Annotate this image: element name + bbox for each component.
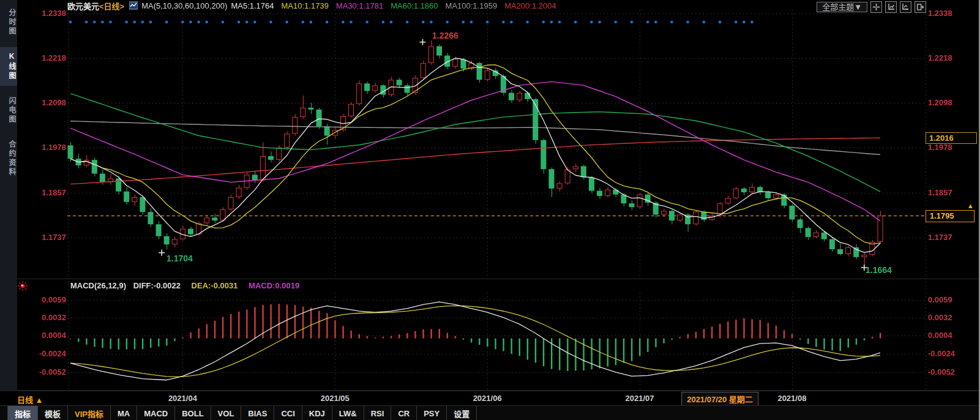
- price-axis-label-right-1: 1.2218: [928, 54, 977, 62]
- price-up-arrow-icon: ▲: [967, 202, 974, 209]
- axis-arrow-icon[interactable]: [900, 1, 911, 13]
- ma-legend-value-0: MA5:1.1764: [231, 1, 274, 10]
- ma-legend-value-1: MA10:1.1739: [282, 1, 329, 10]
- tab-1[interactable]: 模板: [38, 406, 68, 420]
- macd-axis-label-left-3: -0.0024: [18, 350, 66, 358]
- pane-export-icon[interactable]: [915, 1, 926, 13]
- macd-diff-value: DIFF:-0.0022: [133, 281, 181, 290]
- alert-price-tag: 1.2016: [926, 132, 977, 144]
- high-price-annotation: 1.2266: [432, 31, 458, 40]
- alert-bell-icon[interactable]: [17, 280, 28, 291]
- macd-axis-label-right-0: 0.0059: [928, 296, 977, 304]
- tab-13[interactable]: PSY: [417, 406, 447, 420]
- sidebar-item-0[interactable]: 分时图: [0, 4, 17, 41]
- april-low-annotation: 1.1704: [166, 253, 193, 263]
- symbol-name: 欧元美元: [67, 0, 99, 12]
- ma-group-label: MA(5,10,30,60,100,200): [141, 1, 227, 10]
- tab-2[interactable]: VIP指标: [68, 406, 111, 420]
- price-axis-label-right-3: 1.1978: [928, 143, 977, 152]
- macd-dea-value: DEA:-0.0031: [192, 281, 238, 290]
- axis-layout-icon[interactable]: [885, 1, 897, 13]
- ma-legend-value-5: MA200:1.2004: [504, 1, 556, 10]
- macd-axis-label-left-1: 0.0032: [18, 313, 66, 322]
- indicator-tab-bar: 指标模板VIP指标MAMACDBOLLVOLBIASCCIKDJLW&RSICR…: [0, 405, 980, 420]
- macd-axis-label-left-2: 0.0004: [18, 331, 66, 340]
- price-axis-label-right-5: 1.1737: [928, 233, 977, 242]
- tab-10[interactable]: LW&: [332, 406, 364, 420]
- price-axis-label-left-1: 1.2218: [18, 54, 66, 62]
- ma-legend-value-4: MA100:1.1959: [446, 1, 498, 10]
- macd-axis-label-left-4: -0.0052: [18, 368, 66, 377]
- price-axis-label-left-5: 1.1737: [18, 233, 66, 242]
- chart-canvas[interactable]: [0, 0, 980, 420]
- period-tag: <日线>: [99, 0, 124, 12]
- tab-0[interactable]: 指标: [7, 406, 38, 420]
- theme-dropdown-button[interactable]: 全部主题▼: [817, 2, 867, 12]
- period-selector[interactable]: 日线 ▲: [17, 394, 43, 405]
- ma-legend-value-2: MA30:1.1781: [336, 1, 383, 10]
- macd-axis-label-right-1: 0.0032: [928, 313, 977, 322]
- crosshair-icon[interactable]: [870, 1, 882, 13]
- tab-9[interactable]: KDJ: [302, 406, 332, 420]
- price-axis-label-right-0: 1.2338: [928, 9, 977, 18]
- header-controls: 全部主题▼: [817, 1, 926, 13]
- tab-5[interactable]: BOLL: [175, 406, 211, 420]
- macd-axis-label-right-3: -0.0024: [928, 350, 977, 358]
- date-tick-2: 2021/06: [473, 394, 502, 403]
- price-axis-label-left-2: 1.2098: [18, 99, 66, 107]
- tab-12[interactable]: CR: [391, 406, 417, 420]
- tab-6[interactable]: VOL: [211, 406, 242, 420]
- tab-14[interactable]: 设置: [447, 406, 477, 420]
- macd-axis-label-right-4: -0.0052: [928, 368, 977, 377]
- ma-legend-value-3: MA60:1.1860: [391, 1, 438, 10]
- mini-chart-icon: [129, 1, 138, 10]
- tab-8[interactable]: CCI: [274, 406, 302, 420]
- trading-app-window: 分时图K线图闪电图合约资料 欧元美元 <日线> MA(5,10,30,60,10…: [0, 0, 980, 420]
- macd-title: MACD(26,12,9): [70, 281, 126, 290]
- macd-macd-value: MACD:0.0019: [249, 281, 299, 290]
- tab-7[interactable]: BIAS: [241, 406, 274, 420]
- price-axis-label-right-4: 1.1857: [928, 189, 977, 197]
- sidebar-item-1[interactable]: K线图: [0, 47, 17, 86]
- date-tick-4: 2021/08: [777, 394, 806, 403]
- sidebar-item-2[interactable]: 闪电图: [0, 92, 17, 129]
- macd-header: MACD(26,12,9) DIFF:-0.0022 DEA:-0.0031 M…: [70, 281, 299, 290]
- left-chart-type-sidebar: 分时图K线图闪电图合约资料: [0, 0, 17, 405]
- date-tick-0: 2021/04: [168, 394, 197, 403]
- date-tick-1: 2021/05: [321, 394, 350, 403]
- price-axis-label-left-4: 1.1857: [18, 189, 66, 197]
- macd-axis-label-left-0: 0.0059: [18, 296, 66, 304]
- price-axis-label-right-2: 1.2098: [928, 99, 977, 107]
- chart-header: 欧元美元 <日线> MA(5,10,30,60,100,200) MA5:1.1…: [67, 0, 564, 11]
- tab-3[interactable]: MA: [111, 406, 137, 420]
- date-tick-3: 2021/07: [626, 394, 654, 403]
- price-axis-label-left-3: 1.1978: [18, 143, 66, 152]
- price-axis-label-left-0: 1.2338: [18, 9, 66, 18]
- sidebar-item-3[interactable]: 合约资料: [0, 135, 17, 182]
- august-low-annotation: 1.1664: [866, 265, 892, 275]
- tab-4[interactable]: MACD: [137, 406, 175, 420]
- macd-axis-label-right-2: 0.0004: [928, 331, 977, 340]
- date-axis-row: 日线 ▲ 2021/07/20 星期二 2021/042021/052021/0…: [0, 391, 980, 406]
- tab-11[interactable]: RSI: [364, 406, 392, 420]
- highlighted-date-tag: 2021/07/20 星期二: [681, 392, 758, 406]
- ma-legend: MA5:1.1764MA10:1.1739MA30:1.1781MA60:1.1…: [231, 1, 563, 10]
- last-price-tag: 1.1795: [926, 210, 974, 222]
